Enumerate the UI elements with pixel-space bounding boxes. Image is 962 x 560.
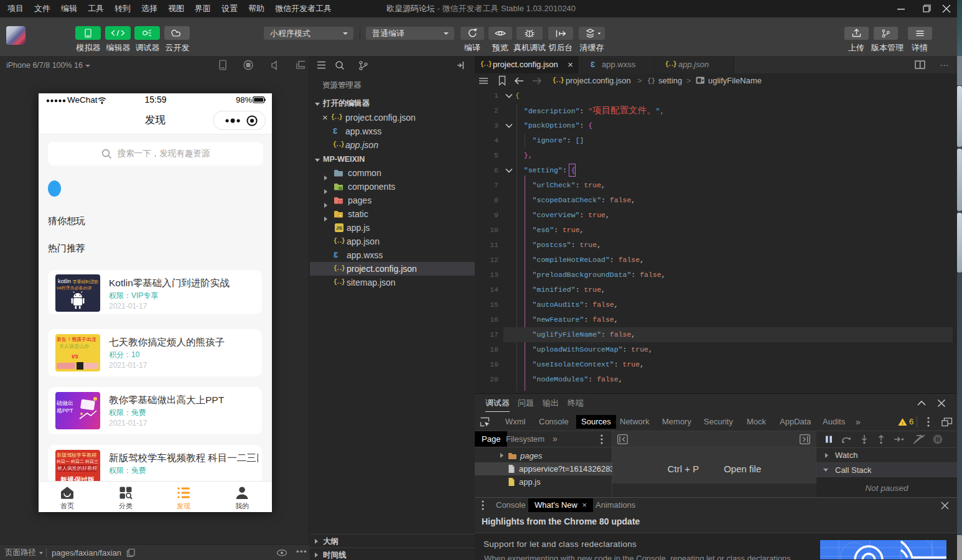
svg-text:!: ! xyxy=(902,421,903,426)
